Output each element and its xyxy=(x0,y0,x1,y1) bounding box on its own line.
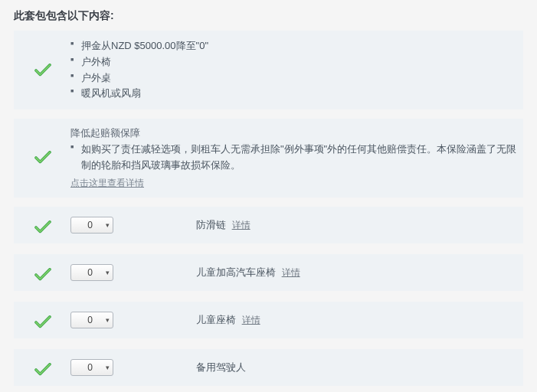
option-row: 0 ▾ 防滑链 详情 xyxy=(14,207,523,243)
option-row: 0 ▾ 备用驾驶人 xyxy=(14,349,523,386)
option-detail-link[interactable]: 详情 xyxy=(232,220,250,230)
check-cell xyxy=(20,263,66,282)
check-cell xyxy=(20,311,66,329)
option-label: 儿童加高汽车座椅 xyxy=(196,266,276,278)
check-cell xyxy=(20,151,66,165)
quantity-value: 0 xyxy=(74,220,106,230)
chevron-updown-icon: ▾ xyxy=(106,269,110,276)
insurance-heading: 降低起赔额保障 xyxy=(70,126,517,140)
option-label: 儿童座椅 xyxy=(196,314,236,325)
chevron-updown-icon: ▾ xyxy=(106,364,110,371)
list-item: 户外桌 xyxy=(70,70,517,87)
option-row: 0 ▾ 儿童加高汽车座椅 详情 xyxy=(14,254,523,291)
check-icon xyxy=(34,315,51,329)
insurance-details-link[interactable]: 点击这里查看详情 xyxy=(70,177,144,190)
option-label: 防滑链 xyxy=(196,219,226,230)
chevron-updown-icon: ▾ xyxy=(106,221,110,229)
quantity-value: 0 xyxy=(74,362,106,373)
package-title: 此套包包含以下内容: xyxy=(14,9,523,23)
check-icon xyxy=(34,64,51,77)
check-cell xyxy=(20,358,66,377)
check-icon xyxy=(34,268,51,282)
option-detail-link[interactable]: 详情 xyxy=(242,315,260,325)
quantity-value: 0 xyxy=(74,315,106,325)
quantity-stepper[interactable]: 0 ▾ xyxy=(70,359,113,376)
quantity-stepper[interactable]: 0 ▾ xyxy=(70,264,113,281)
quantity-value: 0 xyxy=(74,267,106,278)
option-label: 备用驾驶人 xyxy=(196,361,246,373)
insurance-body: 如购买了责任减轻选项，则租车人无需承担除"例外事项"外的任何其他赔偿责任。本保险… xyxy=(70,142,517,174)
option-row: 0 ▾ 儿童座椅 详情 xyxy=(14,302,523,338)
check-icon xyxy=(34,151,51,165)
quantity-stepper[interactable]: 0 ▾ xyxy=(70,312,113,328)
includes-list: 押金从NZD $5000.00降至"0" 户外椅 户外桌 暖风机或风扇 xyxy=(70,38,517,102)
check-cell xyxy=(20,64,66,77)
check-icon xyxy=(34,363,51,377)
list-item: 押金从NZD $5000.00降至"0" xyxy=(70,38,517,54)
option-detail-link[interactable]: 详情 xyxy=(282,267,300,278)
list-item: 户外椅 xyxy=(70,54,517,70)
includes-row: 押金从NZD $5000.00降至"0" 户外椅 户外桌 暖风机或风扇 xyxy=(14,31,523,109)
quantity-stepper[interactable]: 0 ▾ xyxy=(70,217,113,234)
check-cell xyxy=(20,216,66,234)
chevron-updown-icon: ▾ xyxy=(106,316,110,324)
insurance-row: 降低起赔额保障 如购买了责任减轻选项，则租车人无需承担除"例外事项"外的任何其他… xyxy=(14,119,523,198)
check-icon xyxy=(34,220,51,234)
list-item: 暖风机或风扇 xyxy=(70,86,517,102)
